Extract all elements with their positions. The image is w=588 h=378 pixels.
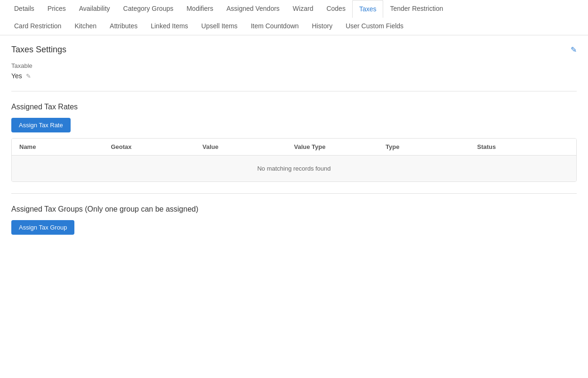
- tab-taxes[interactable]: Taxes: [352, 0, 384, 18]
- tab-user-custom-fields[interactable]: User Custom Fields: [339, 17, 410, 35]
- assign-tax-rate-button[interactable]: Assign Tax Rate: [11, 118, 71, 132]
- tab-prices[interactable]: Prices: [41, 0, 72, 18]
- divider-2: [11, 193, 577, 194]
- divider-1: [11, 91, 577, 91]
- tab-availability[interactable]: Availability: [72, 0, 117, 18]
- taxable-value-row: Yes ✎: [11, 72, 577, 80]
- tax-rates-table-header: Name Geotax Value Value Type Type Status: [12, 139, 576, 156]
- tab-assigned-vendors[interactable]: Assigned Vendors: [220, 0, 286, 18]
- tab-card-restriction[interactable]: Card Restriction: [8, 17, 68, 35]
- col-value: Value: [202, 143, 294, 150]
- tab-wizard[interactable]: Wizard: [286, 0, 320, 18]
- tax-rates-table: Name Geotax Value Value Type Type Status…: [11, 138, 577, 182]
- taxes-settings-title: Taxes Settings: [11, 45, 66, 55]
- tab-tender-restriction[interactable]: Tender Restriction: [383, 0, 450, 18]
- tax-rates-empty-message: No matching records found: [12, 156, 576, 181]
- taxable-label: Taxable: [11, 62, 577, 69]
- col-value-type: Value Type: [294, 143, 386, 150]
- navigation: Details Prices Availability Category Gro…: [0, 0, 588, 35]
- tab-history[interactable]: History: [306, 17, 339, 35]
- tab-modifiers[interactable]: Modifiers: [180, 0, 220, 18]
- tab-kitchen[interactable]: Kitchen: [68, 17, 103, 35]
- col-name: Name: [19, 143, 111, 150]
- taxable-inline-edit-icon[interactable]: ✎: [26, 73, 31, 80]
- tab-upsell-items[interactable]: Upsell Items: [195, 17, 244, 35]
- nav-row-2: Card Restriction Kitchen Attributes Link…: [0, 17, 588, 35]
- tab-category-groups[interactable]: Category Groups: [117, 0, 180, 18]
- col-status: Status: [477, 143, 569, 150]
- assigned-tax-rates-title: Assigned Tax Rates: [11, 103, 577, 111]
- tab-attributes[interactable]: Attributes: [103, 17, 144, 35]
- col-geotax: Geotax: [111, 143, 203, 150]
- tab-codes[interactable]: Codes: [320, 0, 352, 18]
- tab-item-countdown[interactable]: Item Countdown: [244, 17, 306, 35]
- tab-details[interactable]: Details: [8, 0, 41, 18]
- taxable-value: Yes: [11, 72, 22, 80]
- taxes-settings-header: Taxes Settings ✎: [11, 45, 577, 55]
- taxes-settings-edit-icon[interactable]: ✎: [571, 45, 577, 54]
- assign-tax-group-button[interactable]: Assign Tax Group: [11, 220, 74, 235]
- main-content: Taxes Settings ✎ Taxable Yes ✎ Assigned …: [0, 35, 588, 244]
- tab-linked-items[interactable]: Linked Items: [144, 17, 194, 35]
- assigned-tax-groups-title: Assigned Tax Groups (Only one group can …: [11, 205, 577, 214]
- nav-row-1: Details Prices Availability Category Gro…: [0, 0, 588, 17]
- col-type: Type: [386, 143, 477, 150]
